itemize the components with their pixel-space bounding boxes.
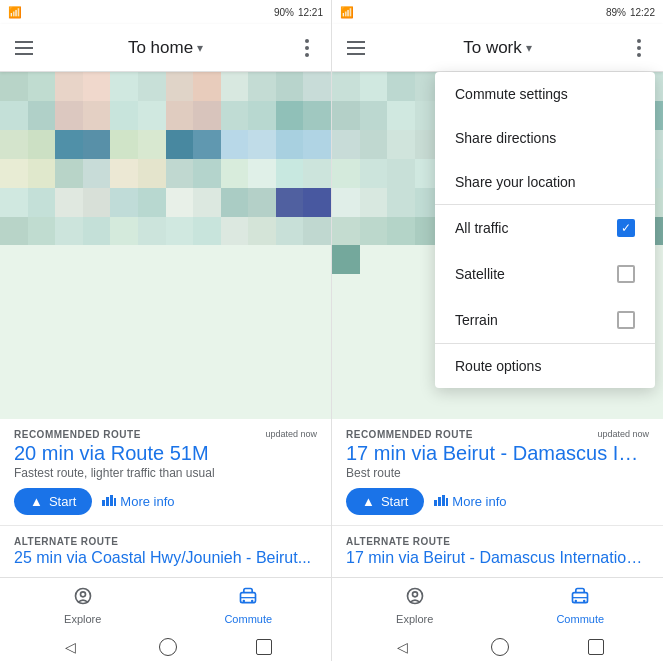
left-alternate-route-card[interactable]: ALTERNATE ROUTE 25 min via Coastal Hwy/J… [0,526,331,577]
right-home-btn[interactable] [491,638,509,656]
right-nav-commute[interactable]: Commute [498,586,664,625]
svg-point-31 [583,600,586,603]
left-more-options[interactable] [295,36,319,60]
right-explore-label: Explore [396,613,433,625]
right-more-options[interactable] [627,36,651,60]
left-nav-commute[interactable]: Commute [166,586,332,625]
svg-rect-22 [434,500,437,506]
left-rec-title: 20 min via Route 51M [14,442,317,465]
svg-point-30 [575,600,578,603]
svg-point-21 [637,53,641,57]
svg-rect-6 [102,500,105,506]
left-recents-btn[interactable] [256,639,272,655]
satellite-checkbox[interactable] [617,265,635,283]
right-commute-icon [570,586,590,611]
right-menu-icon[interactable] [344,36,368,60]
terrain-checkbox[interactable] [617,311,635,329]
left-alt-label: ALTERNATE ROUTE [14,536,317,547]
right-rec-title: 17 min via Beirut - Damascus Internation… [346,442,649,465]
right-more-info-button[interactable]: More info [434,494,506,509]
right-battery: 89% [606,7,626,18]
left-status-bar: 📶 90% 12:21 [0,0,331,24]
left-dropdown-arrow: ▾ [197,41,203,55]
left-title-text: To home [128,38,193,58]
dropdown-terrain[interactable]: Terrain [435,297,655,343]
right-phone-panel: 📶 89% 12:22 To work ▾ [332,0,663,661]
right-alt-title: 17 min via Beirut - Damascus Internation… [346,549,649,567]
svg-rect-17 [347,47,365,49]
right-bottom-nav: Explore Commute [332,577,663,633]
right-start-button[interactable]: ▲ Start [346,488,424,515]
right-status-left: 📶 [340,6,354,19]
left-chart-icon [102,494,116,509]
right-toolbar-title[interactable]: To work ▾ [380,38,615,58]
svg-point-15 [251,600,254,603]
left-start-button[interactable]: ▲ Start [14,488,92,515]
svg-point-4 [305,46,309,50]
left-nav-icon: ▲ [30,494,43,509]
left-explore-label: Explore [64,613,101,625]
svg-point-19 [637,39,641,43]
svg-rect-2 [15,53,33,55]
svg-point-11 [80,592,85,597]
right-alt-label: ALTERNATE ROUTE [346,536,649,547]
right-wifi-icon: 📶 [340,6,354,19]
right-rec-label: RECOMMENDED ROUTE updated now [346,429,649,440]
right-chart-icon [434,494,448,509]
left-explore-icon [73,586,93,611]
status-right-info: 90% 12:21 [274,7,323,18]
right-explore-icon [405,586,425,611]
right-gesture-bar: ◁ [332,633,663,661]
dropdown-route-options[interactable]: Route options [435,344,655,388]
left-commute-icon [238,586,258,611]
left-commute-label: Commute [224,613,272,625]
dropdown-satellite[interactable]: Satellite [435,251,655,297]
right-title-text: To work [463,38,522,58]
right-alternate-route-card[interactable]: ALTERNATE ROUTE 17 min via Beirut - Dama… [332,526,663,577]
left-recommended-route-card: RECOMMENDED ROUTE updated now 20 min via… [0,419,331,526]
left-phone-panel: 📶 90% 12:21 To home ▾ [0,0,331,661]
svg-rect-23 [438,497,441,506]
left-menu-icon[interactable] [12,36,36,60]
svg-rect-8 [110,495,113,506]
svg-rect-24 [442,495,445,506]
status-left-icons: 📶 [8,6,22,19]
left-back-btn[interactable]: ◁ [59,636,81,658]
svg-rect-0 [15,41,33,43]
right-recents-btn[interactable] [588,639,604,655]
dropdown-share-location[interactable]: Share your location [435,160,655,204]
left-home-btn[interactable] [159,638,177,656]
left-map-grid [0,72,331,419]
dropdown-commute-settings[interactable]: Commute settings [435,72,655,116]
left-map[interactable] [0,72,331,419]
svg-point-14 [243,600,246,603]
left-rec-actions: ▲ Start More info [14,488,317,515]
wifi-icon: 📶 [8,6,22,19]
left-nav-explore[interactable]: Explore [0,586,166,625]
all-traffic-checkbox[interactable]: ✓ [617,219,635,237]
right-dropdown-menu: Commute settings Share directions Share … [435,72,655,388]
left-rec-label: RECOMMENDED ROUTE updated now [14,429,317,440]
right-rec-subtitle: Best route [346,466,649,480]
left-alt-title: 25 min via Coastal Hwy/Jounieh - Beirut.… [14,549,317,567]
left-toolbar: To home ▾ [0,24,331,72]
dropdown-all-traffic[interactable]: All traffic ✓ [435,205,655,251]
right-back-btn[interactable]: ◁ [391,636,413,658]
right-recommended-route-card: RECOMMENDED ROUTE updated now 17 min via… [332,419,663,526]
left-rec-subtitle: Fastest route, lighter traffic than usua… [14,466,317,480]
right-nav-explore[interactable]: Explore [332,586,498,625]
svg-point-3 [305,39,309,43]
right-toolbar: To work ▾ [332,24,663,72]
right-commute-label: Commute [556,613,604,625]
svg-rect-7 [106,497,109,506]
svg-rect-25 [446,498,448,506]
left-gesture-bar: ◁ [0,633,331,661]
right-status-bar: 📶 89% 12:22 [332,0,663,24]
right-dropdown-arrow: ▾ [526,41,532,55]
right-rec-actions: ▲ Start More info [346,488,649,515]
left-more-info-button[interactable]: More info [102,494,174,509]
svg-rect-9 [114,498,116,506]
left-battery: 90% [274,7,294,18]
left-toolbar-title[interactable]: To home ▾ [48,38,283,58]
dropdown-share-directions[interactable]: Share directions [435,116,655,160]
